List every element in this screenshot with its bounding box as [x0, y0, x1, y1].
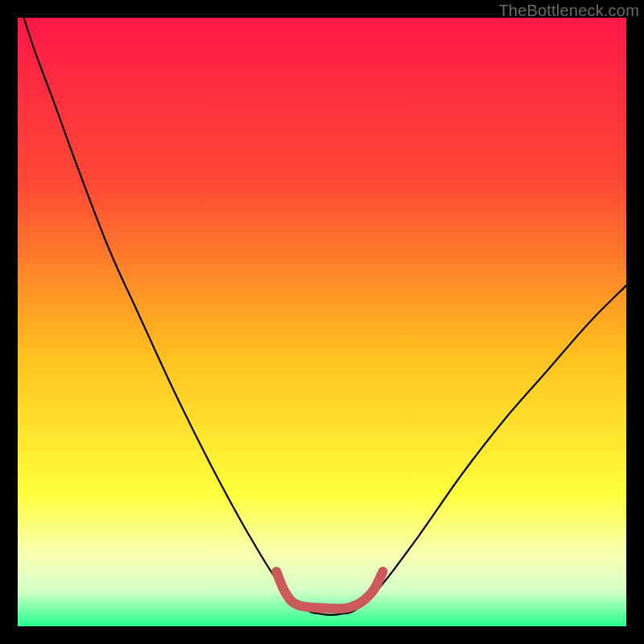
chart-frame: TheBottleneck.com	[0, 0, 644, 644]
chart-svg	[18, 18, 626, 626]
plot-area	[18, 18, 626, 626]
gradient-background	[18, 18, 626, 626]
